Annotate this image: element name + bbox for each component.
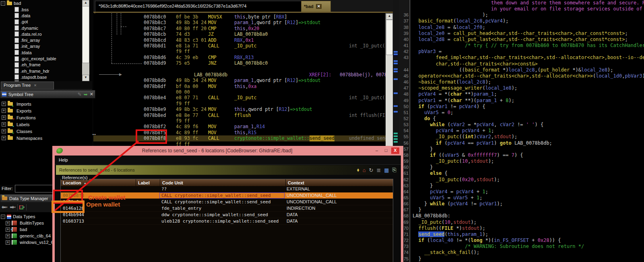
symbol-tree-item-exports[interactable]: +Exports bbox=[0, 107, 92, 114]
edit-icon[interactable]: ✎ bbox=[78, 92, 82, 97]
decompiler-line[interactable]: 56 if (pcVar4 == pcVar1) goto LAB_0078b8… bbox=[399, 140, 644, 146]
decompiler-line[interactable]: in your email or on file storage service… bbox=[399, 6, 644, 12]
decompiler-line[interactable]: 59 _IO_putc(10,stdout); bbox=[399, 158, 644, 164]
listing-row[interactable]: f9 ff bbox=[93, 49, 386, 54]
decompiler-line[interactable]: 51 uVar5 = 0; bbox=[399, 110, 644, 116]
expand-icon[interactable]: + bbox=[2, 108, 6, 113]
decompiler-line[interactable]: 65 uVar5 = uVar5 + 1; bbox=[399, 195, 644, 201]
dropdown-icon[interactable]: ▾ bbox=[14, 206, 16, 209]
collapse-icon[interactable]: - bbox=[1, 1, 5, 6]
listing-row[interactable]: 0078b8c349 8b 34 24MOVparam_1,qword ptr … bbox=[93, 20, 386, 25]
program-tree-item[interactable]: .got bbox=[0, 19, 82, 25]
close-button[interactable]: X bbox=[391, 147, 399, 154]
listing-row[interactable]: 0078b8f24c 89 f6MOVparam_1,R14 bbox=[93, 124, 386, 129]
program-tree-item[interactable]: .fini_array bbox=[0, 37, 82, 43]
reference-row[interactable]: 014bb944ddw cryptonote::simple_wallet::s… bbox=[61, 212, 393, 218]
listing-row[interactable]: 0078b8cd48 83 c3 01ADDRBX,0x1 bbox=[93, 37, 386, 43]
column-location[interactable]: Location ▲ bbox=[61, 179, 136, 186]
decompiler-line[interactable]: 61 else { bbox=[399, 170, 644, 176]
collapse-icon[interactable]: - bbox=[1, 215, 5, 219]
references-dialog[interactable]: References to send_seed - 6 locations [C… bbox=[52, 146, 403, 262]
decompiler-line[interactable]: 43 feed_impl<char,std--char_traits<char>… bbox=[399, 55, 644, 61]
decompiler-panel[interactable]: them down and store them somewhere safe … bbox=[399, 0, 644, 262]
listing-row[interactable]: 0078b8d64c 39 ebCMPRBX,R13 bbox=[93, 55, 386, 60]
listing-row[interactable]: 0078b8f54c 89 ffMOVthis,R15 bbox=[93, 130, 386, 135]
symbol-tree-item-labels[interactable]: +●Labels bbox=[0, 121, 92, 128]
decompiler-line[interactable]: 58 if ((uVar5 & 0xfffffff7) == 7) { bbox=[399, 152, 644, 158]
decompiler-line[interactable]: 68LAB_0078b8db: bbox=[399, 213, 644, 219]
close-icon[interactable]: ✕ bbox=[316, 4, 322, 9]
decompiler-line[interactable]: 50 if (pcVar1 != pcVar4) { bbox=[399, 104, 644, 110]
decompiler-line[interactable]: 63 } bbox=[399, 183, 644, 189]
decompiler-line[interactable]: 37 basic_format(local_2c8,pcVar4); bbox=[399, 18, 644, 24]
menu-help[interactable]: Help bbox=[59, 158, 68, 162]
nav-forward-icon[interactable]: ➡ bbox=[10, 204, 14, 210]
listing-row[interactable]: 0078b8c740 80 ff 20CMPthis,0x20 bbox=[93, 26, 386, 31]
conflict-mode-icon[interactable] bbox=[19, 205, 23, 209]
expand-icon[interactable]: + bbox=[2, 115, 6, 120]
decompiler-line[interactable]: 75 } bbox=[399, 256, 644, 262]
decompiler-line[interactable]: 54 pcVar4 = pcVar4 + 1; bbox=[399, 128, 644, 134]
column-label-col[interactable]: Label bbox=[136, 179, 160, 186]
decompiler-line[interactable]: 66 } while (pcVar4 != pcVar1); bbox=[399, 201, 644, 207]
listing-row[interactable]: 0078b8d1e8 1a 71CALL_IO_putcint _IO_putc… bbox=[93, 43, 386, 49]
expand-icon[interactable]: + bbox=[6, 221, 10, 225]
decompiler-line[interactable]: 64 pcVar4 = pcVar4 + 1; bbox=[399, 189, 644, 195]
decompiler-line[interactable]: 47 ~scoped_message_writer(local_1e8); bbox=[399, 85, 644, 91]
list-icon[interactable]: ≣ bbox=[376, 167, 381, 173]
close-icon[interactable]: × bbox=[34, 82, 36, 89]
decompiler-line[interactable]: 45 operator<<<char,std--char_traits<char… bbox=[399, 73, 644, 79]
symbol-tree-header[interactable]: Symbol Tree ✎ ➥ ✕ bbox=[0, 90, 95, 98]
column-context[interactable]: Context bbox=[286, 179, 393, 186]
expand-icon[interactable]: + bbox=[2, 122, 6, 127]
decompiler-line[interactable]: 40 local_2d8 = call_put_last<char,std--c… bbox=[399, 37, 644, 43]
decompiler-line[interactable]: 74 __stack_chk_fail(); bbox=[399, 250, 644, 256]
decompiler-line[interactable]: 52 do { bbox=[399, 116, 644, 122]
expand-icon[interactable]: + bbox=[6, 227, 10, 232]
symbol-tree-item-functions[interactable]: +fFunctions bbox=[0, 114, 92, 121]
listing-row[interactable]: 0078b8f8e8 93 fcCALLcryptonote::simple_w… bbox=[93, 135, 386, 141]
reference-row[interactable]: 0078c6a3CALL cryptonote::simple_wallet::… bbox=[61, 199, 393, 205]
program-tree-scrollbar[interactable]: ▲ ▼ bbox=[82, 0, 89, 81]
decompiler-line[interactable]: 42 pbVar3 = bbox=[399, 49, 644, 55]
expand-icon[interactable]: + bbox=[2, 136, 6, 140]
import-icon[interactable]: ➥ bbox=[84, 92, 88, 97]
program-tree-item[interactable]: .data.rel.ro bbox=[0, 31, 82, 37]
listing-row[interactable]: 0078b8cb74 d3JZLAB_0078b8a0 bbox=[93, 31, 386, 37]
listing-row[interactable]: f9 ff bbox=[93, 101, 386, 106]
listing-row[interactable]: f9 ff bbox=[93, 118, 386, 124]
tab-hash-program[interactable]: *963c1dfc86ff0e40cee176986ef9f2ce24fda53… bbox=[95, 1, 307, 12]
symbol-tree-item-namespaces[interactable]: +Namespaces bbox=[0, 135, 92, 141]
nav-back-icon[interactable]: ⬅ bbox=[2, 204, 6, 210]
decompiler-line[interactable]: 69 _IO_putc(10,stdout); bbox=[399, 219, 644, 225]
listing-row[interactable]: 0078b8ede8 8e 77CALLfflushint fflush(FIL… bbox=[93, 113, 386, 118]
references-table[interactable]: Location ▲ Label Code Unit Context ??EXT… bbox=[60, 179, 393, 262]
decompiler-line[interactable]: 55 _IO_putc((int)cVar2,stdout); bbox=[399, 134, 644, 140]
symbol-tree-item-classes[interactable]: +CClasses bbox=[0, 128, 92, 135]
decompiler-line[interactable]: 73 /* WARNING: Subroutine does not retur… bbox=[399, 244, 644, 250]
tab-program-tree[interactable]: Program Tree × bbox=[1, 82, 54, 90]
program-tree-item[interactable]: .eh_frame bbox=[0, 62, 82, 68]
expand-icon[interactable]: + bbox=[2, 129, 6, 133]
snapshot-icon[interactable]: ⎘ bbox=[392, 167, 396, 173]
program-tree-item[interactable]: .stapsdt.base bbox=[0, 74, 82, 80]
reference-row[interactable]: ??EXTERNAL bbox=[61, 186, 393, 192]
decompiler-line[interactable]: 46 ~basic_format(local_2c8); bbox=[399, 79, 644, 85]
program-tree-item[interactable]: .init_array bbox=[0, 43, 82, 49]
reference-row[interactable]: 01603713uleb128 cryptonote::simple_walle… bbox=[61, 218, 393, 225]
table-icon[interactable]: ▦ bbox=[384, 167, 389, 173]
decompiler-line[interactable]: 41 /* try { // try from 0078b860 to 0078… bbox=[399, 43, 644, 49]
decompiler-line[interactable]: 62 _IO_putc(0x20,stdout); bbox=[399, 177, 644, 183]
scroll-down-icon[interactable]: ▼ bbox=[82, 75, 89, 81]
reference-row[interactable]: 0078b8f8CALL cryptonote::simple_wallet::… bbox=[61, 192, 393, 199]
decompiler-line[interactable]: 53 while (cVar2 = *pcVar4, cVar2 != ' ')… bbox=[399, 122, 644, 128]
decompiler-line[interactable]: 36 ); bbox=[399, 12, 644, 18]
program-tree-item[interactable]: .bss bbox=[0, 6, 82, 12]
listing-row[interactable]: 0078b8e4e8 07 71CALL_IO_putcint _IO_putc… bbox=[93, 95, 386, 100]
scroll-up-icon[interactable]: ▲ bbox=[386, 13, 393, 20]
disassembly-listing[interactable]: ▲ ▶ 0078b8c00f be 3bMOVSXthis,byte ptr [… bbox=[93, 13, 386, 146]
scroll-up-icon[interactable]: ▲ bbox=[82, 0, 89, 6]
symbol-tree-item-imports[interactable]: +▲Imports bbox=[0, 100, 92, 107]
column-code-unit[interactable]: Code Unit bbox=[160, 179, 286, 186]
program-tree-item[interactable]: .tdata bbox=[0, 49, 82, 55]
